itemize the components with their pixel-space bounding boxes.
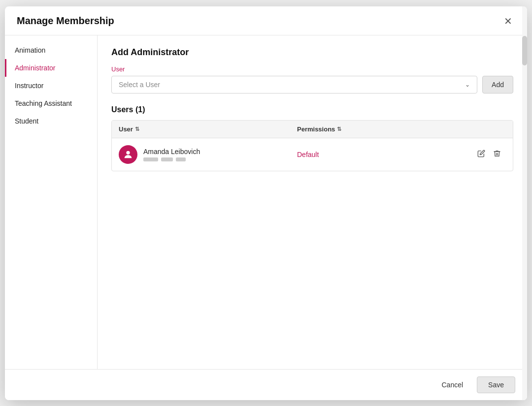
add-button[interactable]: Add <box>482 76 513 94</box>
user-cell: Amanda Leibovich <box>112 143 290 166</box>
user-select-dropdown[interactable]: Select a User ⌄ <box>111 76 477 94</box>
sidebar-item-administrator[interactable]: Administrator <box>5 59 97 77</box>
users-table: User ⇅ Permissions ⇅ <box>111 120 513 171</box>
manage-membership-dialog: Manage Membership ✕ Animation Administra… <box>5 6 527 400</box>
edit-button[interactable] <box>475 148 487 161</box>
actions-cell <box>468 146 513 163</box>
select-placeholder: Select a User <box>119 81 160 89</box>
field-label: User <box>111 65 513 73</box>
scrollbar-track <box>522 6 527 400</box>
sidebar-item-instructor[interactable]: Instructor <box>5 77 97 94</box>
dialog-header: Manage Membership ✕ <box>5 6 527 35</box>
dialog-title: Manage Membership <box>17 15 114 27</box>
close-button[interactable]: ✕ <box>501 15 515 27</box>
svg-point-0 <box>126 151 130 154</box>
users-count: Users (1) <box>111 105 513 114</box>
dialog-footer: Cancel Save <box>5 369 527 400</box>
chevron-down-icon: ⌄ <box>465 81 470 88</box>
dialog-body: Animation Administrator Instructor Teach… <box>5 35 527 369</box>
table-row: Amanda Leibovich Default <box>112 138 513 171</box>
column-permissions: Permissions ⇅ <box>290 121 468 138</box>
user-name: Amanda Leibovich <box>143 148 200 156</box>
meta-block-2 <box>161 157 173 161</box>
delete-button[interactable] <box>491 148 503 161</box>
permissions-link[interactable]: Default <box>297 151 319 158</box>
meta-block-1 <box>143 157 158 161</box>
sidebar-item-student[interactable]: Student <box>5 112 97 130</box>
save-button[interactable]: Save <box>477 376 515 393</box>
main-content: Add Administrator User Select a User ⌄ A… <box>98 35 527 369</box>
permissions-cell: Default <box>290 148 468 161</box>
column-user: User ⇅ <box>112 121 290 138</box>
sidebar: Animation Administrator Instructor Teach… <box>5 35 98 369</box>
sort-permissions-icon[interactable]: ⇅ <box>337 126 341 132</box>
add-row: Select a User ⌄ Add <box>111 76 513 94</box>
scrollbar-thumb[interactable] <box>522 36 527 65</box>
avatar <box>119 145 137 164</box>
table-header: User ⇅ Permissions ⇅ <box>112 121 513 138</box>
sidebar-item-teaching-assistant[interactable]: Teaching Assistant <box>5 94 97 112</box>
meta-block-3 <box>176 157 186 161</box>
column-actions <box>468 121 513 138</box>
section-title: Add Administrator <box>111 47 513 58</box>
sort-user-icon[interactable]: ⇅ <box>135 126 139 132</box>
cancel-button[interactable]: Cancel <box>433 377 471 393</box>
sidebar-item-animation[interactable]: Animation <box>5 41 97 59</box>
user-info: Amanda Leibovich <box>143 148 200 161</box>
user-meta <box>143 157 200 161</box>
